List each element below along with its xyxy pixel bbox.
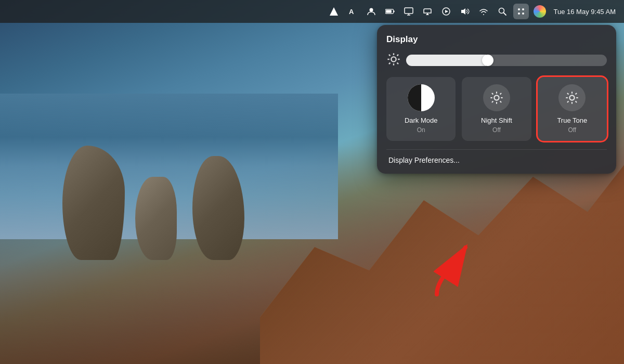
true-tone-icon-circle	[558, 84, 586, 111]
svg-point-14	[518, 12, 520, 15]
svg-rect-6	[405, 8, 413, 14]
siri-icon[interactable]	[532, 4, 548, 19]
true-tone-label: True Tone	[557, 116, 587, 124]
svg-point-2	[369, 8, 373, 12]
search-icon[interactable]	[495, 4, 510, 19]
night-shift-icon-circle	[483, 84, 510, 111]
display-preferences-link[interactable]: Display Preferences...	[386, 149, 607, 166]
rock-formations	[52, 104, 260, 260]
control-center-icon[interactable]	[513, 4, 529, 19]
brightness-slider[interactable]	[406, 55, 607, 66]
svg-marker-9	[461, 8, 465, 15]
night-shift-option[interactable]: Night Shift Off	[462, 77, 531, 141]
dark-mode-status: On	[417, 126, 425, 134]
svg-line-42	[567, 101, 568, 102]
brightness-row	[386, 52, 607, 69]
dark-mode-icon	[408, 84, 435, 111]
battery-icon[interactable]	[382, 4, 398, 19]
svg-line-39	[567, 93, 568, 94]
display-options: Dark Mode On Night Shift Off	[386, 77, 607, 141]
volume-icon[interactable]	[457, 4, 473, 19]
svg-line-23	[397, 55, 398, 56]
svg-line-24	[389, 63, 390, 64]
svg-line-41	[576, 93, 577, 94]
svg-line-31	[500, 101, 501, 102]
night-shift-label: Night Shift	[481, 116, 512, 124]
svg-line-32	[500, 93, 501, 94]
svg-text:A: A	[349, 8, 354, 16]
svg-rect-4	[393, 10, 394, 12]
drafts-icon[interactable]	[326, 4, 342, 19]
night-shift-status: Off	[492, 126, 501, 134]
svg-point-12	[518, 8, 520, 10]
svg-point-15	[522, 12, 524, 15]
brightness-low-icon	[386, 52, 401, 69]
svg-point-13	[522, 8, 524, 10]
dark-mode-option[interactable]: Dark Mode On	[386, 77, 456, 141]
menubar: A	[0, 0, 624, 23]
svg-line-21	[389, 55, 390, 56]
display-menubar-icon[interactable]	[401, 4, 417, 19]
media-icon[interactable]	[438, 4, 454, 19]
panel-title: Display	[386, 34, 607, 45]
svg-line-11	[503, 13, 506, 16]
svg-line-30	[492, 93, 493, 94]
siri-color-orb	[534, 5, 546, 18]
svg-line-33	[492, 101, 493, 102]
font-icon[interactable]: A	[345, 4, 360, 19]
true-tone-status: Off	[568, 126, 576, 134]
user-icon[interactable]	[363, 4, 379, 19]
menubar-datetime: Tue 16 May 9:45 AM	[554, 8, 616, 16]
dark-mode-label: Dark Mode	[405, 116, 438, 124]
menubar-right: A	[326, 4, 616, 19]
wifi-icon[interactable]	[476, 4, 491, 19]
display-panel: Display Dark Mode On	[377, 25, 616, 174]
svg-rect-5	[386, 10, 392, 13]
svg-point-34	[570, 95, 575, 100]
svg-point-25	[494, 95, 499, 100]
brightness-slider-container	[406, 55, 607, 66]
svg-point-16	[391, 57, 396, 61]
svg-marker-0	[330, 7, 338, 16]
svg-marker-8	[445, 10, 448, 13]
svg-line-22	[397, 63, 398, 64]
airplay-icon[interactable]	[420, 4, 435, 19]
true-tone-option[interactable]: True Tone Off	[538, 77, 607, 141]
svg-line-40	[576, 101, 577, 102]
